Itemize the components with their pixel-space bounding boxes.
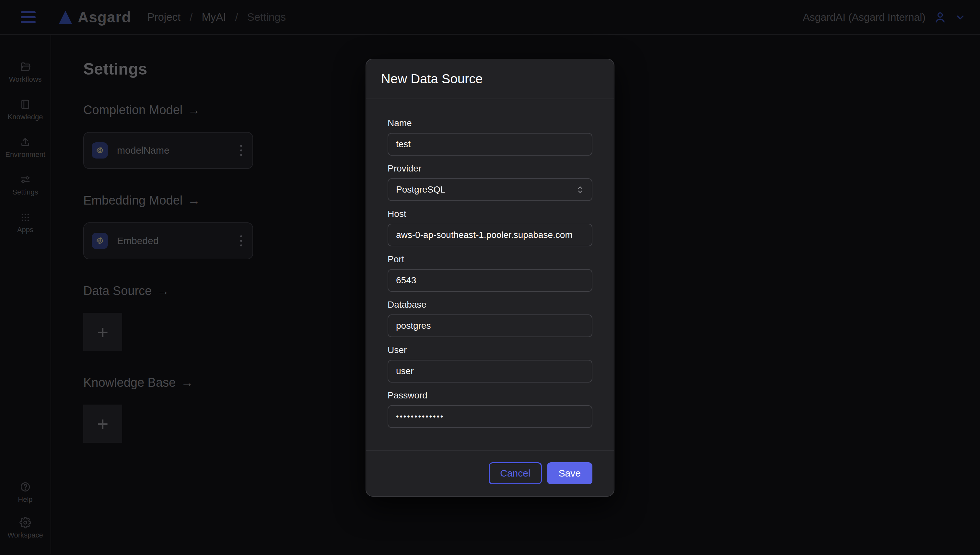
database-input[interactable] (388, 314, 592, 337)
kebab-menu-icon[interactable] (238, 233, 244, 248)
host-field-group: Host (388, 209, 592, 246)
section-label: Completion Model (83, 103, 183, 117)
logo-text: Asgard (78, 8, 131, 26)
hamburger-menu-icon[interactable] (21, 10, 38, 24)
arrow-right-icon: → (181, 376, 193, 390)
account-label: AsgardAI (Asgard Internal) (803, 11, 926, 23)
top-bar: Asgard Project / MyAI / Settings AsgardA… (0, 0, 980, 35)
arrow-right-icon: → (157, 284, 169, 298)
sidebar-item-label: Environment (5, 151, 45, 159)
section-label: Data Source (83, 284, 152, 298)
model-name: modelName (117, 145, 170, 156)
breadcrumb-myai[interactable]: MyAI (202, 11, 226, 23)
name-field-group: Name (388, 118, 592, 156)
cancel-button[interactable]: Cancel (489, 462, 541, 484)
provider-label: Provider (388, 164, 592, 174)
port-label: Port (388, 254, 592, 265)
sliders-icon (19, 174, 31, 185)
name-label: Name (388, 118, 592, 128)
modal-title: New Data Source (381, 72, 599, 86)
provider-select[interactable]: PostgreSQL (388, 178, 592, 201)
password-input[interactable] (388, 405, 592, 428)
password-field-group: Password (388, 390, 592, 428)
sidebar-item-settings[interactable]: Settings (12, 174, 38, 196)
sidebar-item-label: Workflows (9, 75, 42, 83)
app-logo: Asgard (59, 8, 131, 26)
password-label: Password (388, 390, 592, 401)
modal-body: Name Provider PostgreSQL Host (366, 99, 614, 450)
add-data-source-button[interactable]: + (83, 313, 122, 351)
sidebar-item-label: Apps (17, 226, 34, 234)
sidebar-item-workspace[interactable]: Workspace (8, 517, 43, 539)
help-circle-icon (19, 481, 31, 493)
add-knowledge-base-button[interactable]: + (83, 404, 122, 443)
sidebar-item-label: Settings (12, 188, 38, 196)
sidebar-item-workflows[interactable]: Workflows (9, 61, 42, 83)
kebab-menu-icon[interactable] (238, 143, 244, 158)
select-chevrons-icon (576, 184, 584, 195)
plus-icon: + (97, 413, 108, 435)
model-sync-bulb-icon (94, 235, 105, 246)
model-icon-tile (92, 142, 108, 159)
sidebar-item-label: Help (18, 496, 32, 504)
gear-icon (19, 517, 31, 528)
upload-icon (19, 136, 31, 148)
folder-open-icon (19, 61, 31, 73)
breadcrumb: Project / MyAI / Settings (147, 11, 285, 23)
model-name: Embeded (117, 235, 159, 246)
user-avatar-icon[interactable] (934, 10, 947, 24)
name-input[interactable] (388, 133, 592, 156)
completion-model-card[interactable]: modelName (83, 132, 253, 169)
chevron-down-icon[interactable] (955, 12, 966, 23)
sidebar-item-label: Workspace (8, 531, 43, 539)
database-field-group: Database (388, 300, 592, 337)
save-button[interactable]: Save (547, 462, 592, 484)
section-label: Embedding Model (83, 194, 183, 207)
arrow-right-icon: → (187, 103, 200, 117)
sidebar-item-help[interactable]: Help (18, 481, 32, 504)
user-field-group: User (388, 345, 592, 383)
sidebar-item-label: Knowledge (8, 113, 43, 121)
breadcrumb-separator: / (190, 11, 192, 23)
port-field-group: Port (388, 254, 592, 292)
new-data-source-modal: New Data Source Name Provider PostgreSQL (365, 59, 615, 497)
model-icon-tile (92, 233, 108, 249)
book-icon (19, 99, 31, 110)
provider-selected-value: PostgreSQL (396, 184, 445, 195)
grid-dots-icon (19, 212, 31, 223)
modal-header: New Data Source (366, 59, 614, 99)
breadcrumb-separator: / (235, 11, 238, 23)
plus-icon: + (97, 321, 108, 343)
database-label: Database (388, 300, 592, 310)
host-input[interactable] (388, 224, 592, 246)
model-sync-bulb-icon (94, 145, 105, 156)
port-input[interactable] (388, 269, 592, 292)
section-label: Knowledge Base (83, 376, 176, 390)
modal-footer: Cancel Save (366, 450, 614, 496)
sidebar-item-knowledge[interactable]: Knowledge (8, 99, 43, 121)
embedding-model-card[interactable]: Embeded (83, 222, 253, 259)
user-label: User (388, 345, 592, 355)
user-input[interactable] (388, 360, 592, 383)
sidebar-item-environment[interactable]: Environment (5, 136, 45, 159)
provider-field-group: Provider PostgreSQL (388, 164, 592, 201)
breadcrumb-settings[interactable]: Settings (247, 11, 286, 23)
logo-triangle-icon (59, 11, 72, 24)
breadcrumb-project[interactable]: Project (147, 11, 181, 23)
sidebar: Workflows Knowledge Environment Settings (0, 35, 51, 554)
sidebar-item-apps[interactable]: Apps (17, 212, 34, 234)
host-label: Host (388, 209, 592, 219)
arrow-right-icon: → (187, 194, 200, 207)
